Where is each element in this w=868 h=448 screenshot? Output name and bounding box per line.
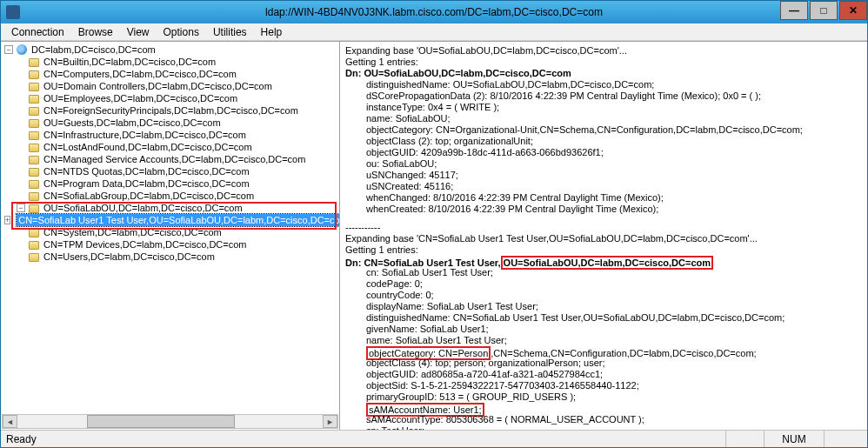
detail-attr: objectClass (4): top; person; organizati… <box>345 358 862 369</box>
detail-pane[interactable]: Expanding base 'OU=SofiaLabOU,DC=labm,DC… <box>340 42 867 430</box>
status-empty <box>725 431 764 447</box>
globe-icon <box>17 44 27 55</box>
window-title: ldap://WIN-4BD4NV0J3NK.labm.cisco.com/DC… <box>265 6 603 18</box>
menubar: Connection Browse View Options Utilities… <box>1 23 867 41</box>
detail-attr: uSNCreated: 45116; <box>345 181 862 192</box>
detail-attr: objectSid: S-1-5-21-2594322217-547703403… <box>345 380 862 391</box>
folder-icon <box>29 168 39 177</box>
detail-attr: dSCorePropagationData (2): 8/10/2016 4:2… <box>345 90 862 102</box>
highlight-dn: OU=SofiaLabOU,DC=labm,DC=cisco,DC=com <box>501 256 713 270</box>
detail-attr: objectGUID: ad80685a-a720-41af-a321-a045… <box>345 369 862 380</box>
tree-item[interactable]: CN=Infrastructure,DC=labm,DC=cisco,DC=co… <box>4 129 339 141</box>
maximize-button[interactable]: □ <box>810 1 838 20</box>
detail-attr: distinguishedName: OU=SofiaLabOU,DC=labm… <box>345 79 862 90</box>
tree-item[interactable]: CN=LostAndFound,DC=labm,DC=cisco,DC=com <box>4 141 339 153</box>
detail-line: Getting 1 entries: <box>345 244 862 256</box>
status-ready: Ready <box>6 433 37 445</box>
scroll-thumb[interactable] <box>87 415 235 428</box>
detail-dn: Dn: CN=SofiaLab User1 Test User,OU=Sofia… <box>345 256 862 267</box>
detail-line: Expanding base 'OU=SofiaLabOU,DC=labm,DC… <box>345 45 862 57</box>
tree-item[interactable]: CN=TPM Devices,DC=labm,DC=cisco,DC=com <box>4 238 339 251</box>
scroll-left-icon[interactable]: ◄ <box>3 415 17 428</box>
tree-root-label: DC=labm,DC=cisco,DC=com <box>30 43 157 56</box>
tree-item[interactable]: CN=Managed Service Accounts,DC=labm,DC=c… <box>4 153 339 165</box>
detail-attr: whenChanged: 8/10/2016 4:22:39 PM Centra… <box>345 192 862 204</box>
detail-line: Getting 1 entries: <box>345 57 862 68</box>
folder-icon <box>29 156 39 164</box>
menu-browse[interactable]: Browse <box>71 24 120 40</box>
detail-attr: sn: Test User; <box>345 425 862 430</box>
minimize-button[interactable]: — <box>780 1 808 20</box>
detail-attr: givenName: SofiaLab User1; <box>345 324 862 335</box>
tree-item[interactable]: OU=Domain Controllers,DC=labm,DC=cisco,D… <box>4 80 339 92</box>
status-num: NUM <box>764 431 823 447</box>
detail-attr: ou: SofiaLabOU; <box>345 158 862 170</box>
detail-attr: name: SofiaLabOU; <box>345 113 862 124</box>
app-window: ldap://WIN-4BD4NV0J3NK.labm.cisco.com/DC… <box>0 0 868 448</box>
tree-item[interactable]: CN=Computers,DC=labm,DC=cisco,DC=com <box>4 68 339 80</box>
app-icon <box>6 5 20 19</box>
menu-utilities[interactable]: Utilities <box>206 24 254 40</box>
folder-icon <box>29 229 39 237</box>
folder-icon <box>29 107 39 116</box>
detail-attr: codePage: 0; <box>345 278 862 290</box>
folder-icon <box>29 95 39 104</box>
tree-item[interactable]: CN=SofiaLabGroup,DC=labm,DC=cisco,DC=com <box>4 190 339 202</box>
tree-item[interactable]: CN=Program Data,DC=labm,DC=cisco,DC=com <box>4 177 339 190</box>
status-empty2 <box>824 431 862 447</box>
detail-attr: uSNChanged: 45117; <box>345 170 862 181</box>
close-button[interactable]: ✕ <box>839 1 867 20</box>
folder-icon <box>29 83 39 91</box>
expand-icon[interactable]: + <box>4 216 10 224</box>
tree-item[interactable]: CN=Builtin,DC=labm,DC=cisco,DC=com <box>4 56 339 68</box>
detail-line: Expanding base 'CN=SofiaLab User1 Test U… <box>345 233 862 244</box>
menu-options[interactable]: Options <box>157 24 206 40</box>
tree-item[interactable]: CN=Users,DC=labm,DC=cisco,DC=com <box>4 251 339 263</box>
folder-icon <box>29 58 39 67</box>
menu-help[interactable]: Help <box>254 24 290 40</box>
highlight-box-tree <box>11 202 337 230</box>
folder-icon <box>29 70 39 79</box>
tree-item[interactable]: CN=NTDS Quotas,DC=labm,DC=cisco,DC=com <box>4 165 339 177</box>
detail-dn: Dn: OU=SofiaLabOU,DC=labm,DC=cisco,DC=co… <box>345 68 862 79</box>
detail-attr: distinguishedName: CN=SofiaLab User1 Tes… <box>345 312 862 324</box>
detail-attr: name: SofiaLab User1 Test User; <box>345 335 862 346</box>
detail-attr: objectCategory: CN=Organizational-Unit,C… <box>345 124 862 136</box>
detail-attr: objectGUID: 4209a99b-18dc-411d-a663-066b… <box>345 147 862 158</box>
folder-icon <box>29 192 39 201</box>
menu-connection[interactable]: Connection <box>4 24 71 40</box>
detail-attr: objectClass (2): top; organizationalUnit… <box>345 136 862 147</box>
detail-attr: displayName: SofiaLab User1 Test User; <box>345 301 862 312</box>
content-area: − DC=labm,DC=cisco,DC=com CN=Builtin,DC=… <box>1 41 867 430</box>
statusbar: Ready NUM <box>1 430 867 447</box>
tree-item[interactable]: CN=ForeignSecurityPrincipals,DC=labm,DC=… <box>4 104 339 117</box>
folder-icon <box>29 144 39 152</box>
tree-pane: − DC=labm,DC=cisco,DC=com CN=Builtin,DC=… <box>1 42 340 430</box>
folder-icon <box>29 131 39 140</box>
tree-hscrollbar[interactable]: ◄ ► <box>2 414 338 429</box>
tree-item[interactable]: OU=Employees,DC=labm,DC=cisco,DC=com <box>4 92 339 104</box>
tree-item[interactable]: OU=Guests,DC=labm,DC=cisco,DC=com <box>4 117 339 129</box>
folder-icon <box>29 253 39 262</box>
detail-attr: countryCode: 0; <box>345 290 862 301</box>
window-controls: — □ ✕ <box>778 1 867 23</box>
titlebar: ldap://WIN-4BD4NV0J3NK.labm.cisco.com/DC… <box>1 1 867 23</box>
detail-attr: whenCreated: 8/10/2016 4:22:39 PM Centra… <box>345 204 862 215</box>
tree-root[interactable]: − DC=labm,DC=cisco,DC=com <box>4 43 339 56</box>
folder-icon <box>29 180 39 189</box>
folder-icon <box>29 241 39 250</box>
detail-attr-objectcategory: objectCategory: CN=Person,CN=Schema,CN=C… <box>345 346 862 358</box>
scroll-right-icon[interactable]: ► <box>323 415 337 428</box>
collapse-icon[interactable]: − <box>4 45 13 54</box>
folder-icon <box>29 119 39 128</box>
menu-view[interactable]: View <box>120 24 157 40</box>
detail-sep: ----------- <box>345 222 862 233</box>
detail-attr: instanceType: 0x4 = ( WRITE ); <box>345 102 862 113</box>
detail-attr: sAMAccountType: 805306368 = ( NORMAL_USE… <box>345 414 862 425</box>
scroll-track[interactable] <box>17 415 323 428</box>
detail-attr: primaryGroupID: 513 = ( GROUP_RID_USERS … <box>345 391 862 403</box>
detail-attr-samaccountname: sAMAccountName: User1; <box>345 403 862 414</box>
